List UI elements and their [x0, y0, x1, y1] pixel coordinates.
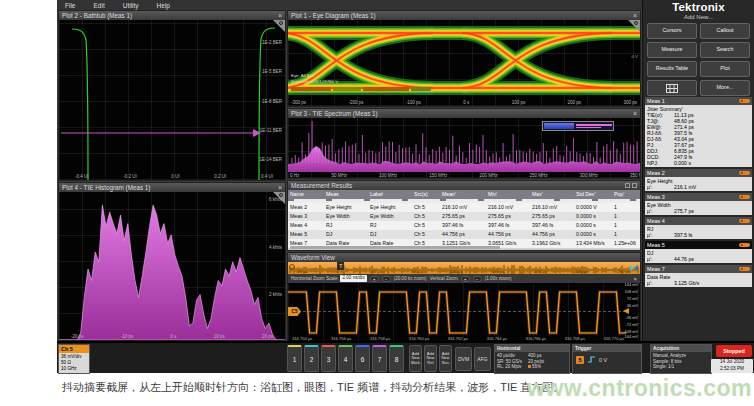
waveform-plot-area[interactable]: C5 144 mV108 mV72 mV36 mV-36 mV-72 mV-10…: [288, 283, 640, 341]
draw-a-box-icon-button[interactable]: [647, 80, 697, 96]
close-icon[interactable]: ×: [278, 12, 282, 19]
results-column-header[interactable]: Pop': [612, 190, 640, 199]
channel-8-button[interactable]: 8: [389, 345, 404, 372]
results-pin-icon[interactable]: [625, 183, 630, 188]
results-column-header[interactable]: Src(s): [412, 190, 440, 199]
results-cell: 1: [612, 203, 640, 212]
results-table-row[interactable]: Meas 3Eye WidthEye WidthCh 5275.65 ps275…: [288, 212, 640, 221]
results-column-header[interactable]: Name: [288, 190, 324, 199]
trigger-panel[interactable]: Trigger 5 0 V: [572, 344, 642, 374]
menu-edit[interactable]: Edit: [93, 2, 104, 9]
zoom-corner-icon[interactable]: [628, 20, 640, 32]
badge-handle-icon[interactable]: [739, 99, 750, 104]
sidebar-callout-button[interactable]: Callout: [700, 23, 750, 39]
measurement-badge-meas-7[interactable]: Meas 7Data Rateμ':3.125 Gb/s: [645, 265, 752, 287]
close-icon[interactable]: ×: [278, 184, 282, 191]
channel-1-button[interactable]: 1: [287, 345, 302, 372]
measurement-badge-meas-1[interactable]: Meas 1Jitter Summary'TIE(σ):11.13 psTJ@:…: [645, 97, 752, 167]
vzoom-in-button[interactable]: +: [461, 276, 470, 282]
results-cell: 1.25e+06: [612, 239, 640, 248]
results-column-header[interactable]: Std Dev': [574, 190, 612, 199]
time-tick-label: 300 ps: [623, 100, 637, 105]
sidebar-measure-button[interactable]: Measure: [647, 42, 697, 58]
sidebar-results-table-button[interactable]: Results Table: [647, 61, 697, 77]
channel-2-button[interactable]: 2: [304, 345, 319, 372]
add-new-math-button[interactable]: Add New Math: [409, 345, 422, 372]
bathtub-plot-area[interactable]: 1E-2 BER1E-5 BER1E-8 BER1E-11 BER1E-14 B…: [59, 20, 285, 180]
waveform-view-panel[interactable]: Waveform View c T -40 μs0 s40 μs80 μs120…: [287, 252, 641, 341]
figure-caption: 抖动摘要截屏，从左上开始顺时针方向：浴缸图，眼图，TIE 频谱，抖动分析结果，波…: [62, 380, 564, 395]
measurement-badge-meas-5[interactable]: Meas 5DJμ':44.76 ps: [645, 241, 752, 263]
horizontal-panel[interactable]: Horizontal 40 μs/divSR: 50 GS/sRL: 20 Mp…: [494, 344, 570, 374]
close-icon[interactable]: ×: [633, 276, 637, 282]
measurement-badge-meas-3[interactable]: Meas 3Eye Widthμ':275.7 ps: [645, 193, 752, 215]
histogram-plot-panel[interactable]: Plot 4 - TIE Histogram (Meas 1) × 6 khit…: [58, 182, 286, 341]
eye-diagram-panel[interactable]: Plot 1 - Eye Diagram (Meas 1) × Eye: All…: [287, 10, 641, 107]
sidebar-search-button[interactable]: Search: [700, 42, 750, 58]
sidebar-plot-button[interactable]: Plot: [700, 61, 750, 77]
badge-id: Meas 7: [647, 266, 665, 272]
results-column-header[interactable]: Meas: [324, 190, 368, 199]
stopped-status-button[interactable]: Stopped: [716, 345, 752, 357]
badge-handle-icon[interactable]: [739, 267, 750, 272]
hzoom-out-button[interactable]: −: [382, 276, 391, 282]
waveform-minimap[interactable]: c T -40 μs0 s40 μs80 μs120 μs160 μs200 μ…: [288, 262, 640, 274]
trigger-level-value: 0 V: [599, 357, 607, 363]
results-table-row[interactable]: Meas 5DJDJCh 544.756 ps44.756 ps44.756 p…: [288, 230, 640, 239]
hzoom-value-input[interactable]: 2.00 ns/div: [340, 275, 366, 282]
channel-7-button[interactable]: 7: [372, 345, 387, 372]
results-column-header[interactable]: Mean': [440, 190, 486, 199]
add-new-ref-button[interactable]: Add New Ref: [424, 345, 437, 372]
channel-5-badge[interactable]: Ch 5 36 mV/div50 Ω10 GHz: [58, 344, 90, 374]
spectrum-plot-panel[interactable]: Plot 3 - TIE Spectrum (Meas 1) × 0 Hz50 …: [287, 108, 641, 179]
add-new-bus-button[interactable]: Add New Bus: [439, 345, 452, 372]
eye-plot-area[interactable]: Eye: All Bits Mid level: 0.00129786 V 0 …: [288, 20, 640, 106]
horizontal-setting: 400 μs: [528, 353, 544, 359]
channel-6-button[interactable]: 6: [355, 345, 370, 372]
sidebar-more-button[interactable]: More...: [700, 80, 750, 96]
menu-help[interactable]: Help: [157, 2, 170, 9]
measurement-badge-meas-4[interactable]: Meas 4RJμ':397.5 fs: [645, 217, 752, 239]
badge-handle-icon[interactable]: [739, 243, 750, 248]
vzoom-out-button[interactable]: −: [473, 276, 482, 282]
results-cell: Eye Width: [368, 212, 412, 221]
bathtub-plot-panel[interactable]: Plot 2 - Bathtub (Meas 1) × 1E-2 BER1E-5…: [58, 10, 286, 181]
ber-tick-label: 1E-2 BER: [262, 40, 282, 45]
badge-handle-icon[interactable]: [739, 195, 750, 200]
badge-id: Meas 2: [647, 170, 665, 176]
measurement-results-panel[interactable]: Measurement Results NameMeasLabelSrc(s)M…: [287, 180, 641, 251]
zoom-corner-icon[interactable]: [273, 20, 285, 32]
badge-body: DJμ':44.76 ps: [645, 249, 752, 263]
close-icon[interactable]: ×: [633, 12, 637, 19]
measurement-badge-meas-2[interactable]: Meas 2Eye Heightμ':216.1 mV: [645, 169, 752, 191]
results-table-row[interactable]: Meas 2Eye HeightEye HeightCh 5216.10 mV2…: [288, 203, 640, 212]
dvm-button[interactable]: DVM: [455, 347, 472, 371]
results-column-header[interactable]: Label: [368, 190, 412, 199]
results-cell: 275.65 ps: [530, 212, 574, 221]
results-column-header[interactable]: Min': [486, 190, 530, 199]
channel-4-button[interactable]: 4: [338, 345, 353, 372]
menu-file[interactable]: File: [65, 2, 75, 9]
minimap-left-icon[interactable]: c: [289, 264, 295, 270]
close-icon[interactable]: ×: [633, 110, 637, 117]
results-table-row[interactable]: Meas 4RJRJCh 5397.46 fs397.46 fs397.46 f…: [288, 221, 640, 230]
results-hscrollbar[interactable]: [290, 246, 500, 249]
channel-3-button[interactable]: 3: [321, 345, 336, 372]
badge-handle-icon[interactable]: [739, 219, 750, 224]
freq-tick-label: 350 MHz: [630, 173, 640, 178]
trigger-level-arrow[interactable]: [623, 308, 629, 314]
freq-tick-label: 200 MHz: [479, 173, 497, 178]
results-cell: 3.1962 Gb/s: [530, 239, 574, 248]
afg-button[interactable]: AFG: [474, 347, 491, 371]
results-column-header[interactable]: Max': [530, 190, 574, 199]
sidebar-cursors-button[interactable]: Cursors: [647, 23, 697, 39]
histogram-plot-area[interactable]: 6 khits4 khits2 khits -20 ps-10 ps0 s10 …: [59, 192, 285, 340]
menu-utility[interactable]: Utility: [123, 2, 139, 9]
results-menu-icon[interactable]: [632, 183, 637, 188]
spectrum-plot-area[interactable]: 0 Hz50 MHz100 MHz150 MHz200 MHz250 MHz30…: [288, 118, 640, 178]
acquisition-panel[interactable]: Acquisition Manual, AnalyzeSample: 8 bit…: [650, 344, 712, 374]
minimap-zoombox-icon[interactable]: [629, 264, 639, 272]
right-sidebar: Tektronix Add New... CursorsCalloutMeasu…: [642, 0, 754, 341]
badge-handle-icon[interactable]: [739, 171, 750, 176]
hzoom-in-button[interactable]: +: [370, 276, 379, 282]
